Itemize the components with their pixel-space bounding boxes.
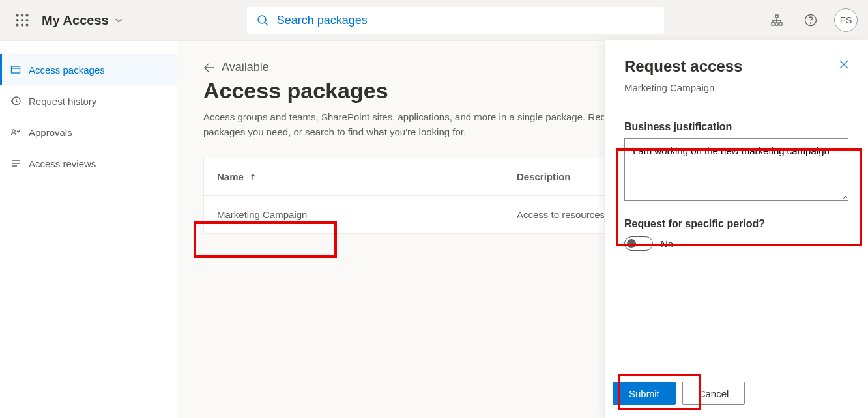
search-input[interactable] (277, 14, 655, 27)
sidebar-item-label: Approvals (29, 127, 72, 138)
package-icon (10, 64, 22, 76)
justification-field-group: Business justification (613, 121, 860, 202)
svg-point-1 (21, 14, 23, 16)
reviews-icon (10, 158, 22, 169)
sort-ascending-icon (249, 173, 257, 181)
search-box[interactable] (247, 7, 664, 34)
sidebar-item-approvals[interactable]: Approvals (0, 117, 177, 148)
breadcrumb-label: Available (222, 61, 269, 74)
sidebar-item-label: Access packages (29, 64, 105, 76)
sidebar-item-access-reviews[interactable]: Access reviews (0, 148, 177, 179)
justification-label: Business justification (624, 121, 848, 133)
app-title-dropdown[interactable]: My Access (42, 13, 123, 28)
search-icon (256, 14, 269, 27)
panel-subtitle: Marketing Campaign (624, 82, 848, 93)
app-launcher-icon[interactable] (10, 8, 34, 32)
svg-point-15 (810, 23, 811, 23)
sidebar: Access packages Request history Approval… (0, 41, 177, 418)
chevron-down-icon (114, 16, 123, 25)
svg-point-4 (21, 19, 23, 21)
svg-point-9 (258, 16, 266, 23)
column-header-name[interactable]: Name (217, 171, 517, 182)
history-icon (10, 95, 22, 107)
sidebar-item-label: Access reviews (29, 158, 96, 169)
svg-point-7 (21, 23, 23, 26)
svg-point-2 (25, 14, 28, 16)
close-icon[interactable] (838, 59, 850, 70)
svg-rect-16 (12, 66, 20, 73)
top-bar: My Access ES (0, 0, 868, 40)
svg-rect-11 (772, 23, 774, 25)
column-desc-label: Description (517, 171, 571, 182)
svg-rect-12 (775, 23, 778, 25)
period-field-group: Request for specific period? No (613, 218, 860, 251)
app-title-text: My Access (42, 13, 109, 28)
submit-label: Submit (629, 388, 659, 399)
row-name: Marketing Campaign (217, 209, 517, 220)
panel-footer: Submit Cancel (605, 374, 868, 418)
toggle-knob (627, 239, 636, 248)
column-name-label: Name (217, 171, 244, 182)
svg-point-0 (16, 14, 18, 16)
period-toggle-row: No (624, 236, 848, 251)
svg-point-6 (16, 23, 18, 26)
sidebar-item-label: Request history (29, 96, 96, 107)
back-arrow-icon[interactable] (203, 62, 215, 74)
approvals-icon (10, 126, 22, 138)
help-icon[interactable] (800, 10, 821, 31)
period-toggle[interactable] (624, 236, 653, 251)
cancel-button[interactable]: Cancel (682, 382, 745, 405)
period-toggle-value: No (661, 238, 673, 249)
submit-button[interactable]: Submit (613, 382, 676, 405)
sidebar-item-access-packages[interactable]: Access packages (0, 54, 177, 85)
svg-rect-10 (775, 15, 778, 18)
sitemap-icon[interactable] (766, 10, 787, 31)
user-avatar[interactable]: ES (834, 8, 858, 32)
panel-title: Request access (624, 57, 848, 76)
cancel-label: Cancel (699, 388, 729, 399)
panel-body: Business justification Request for speci… (605, 105, 868, 374)
avatar-initials: ES (840, 15, 852, 25)
svg-rect-13 (779, 23, 782, 25)
svg-point-18 (12, 130, 15, 132)
justification-textarea[interactable] (624, 138, 848, 201)
svg-point-5 (25, 19, 28, 21)
svg-point-8 (25, 23, 28, 26)
header-actions: ES (766, 8, 858, 32)
panel-header: Request access Marketing Campaign (605, 40, 868, 105)
request-access-panel: Request access Marketing Campaign Busine… (604, 40, 868, 418)
svg-point-3 (16, 19, 18, 21)
period-label: Request for specific period? (624, 218, 848, 230)
sidebar-item-request-history[interactable]: Request history (0, 85, 177, 117)
